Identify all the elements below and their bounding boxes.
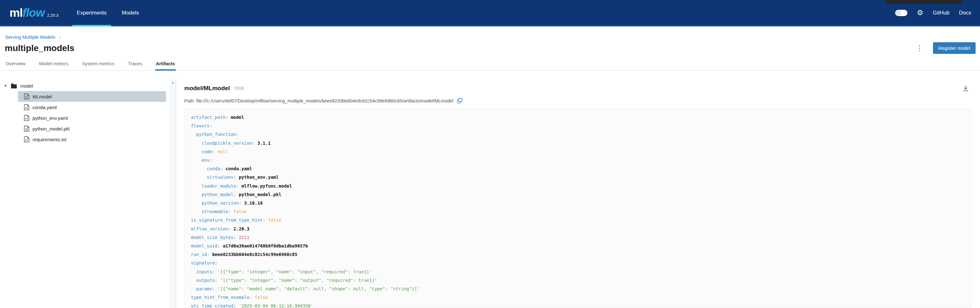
artifact-file-tree: ▼ model MLmodelconda.yamlpython_env.yaml… xyxy=(0,78,176,308)
download-icon[interactable] xyxy=(963,85,969,91)
tree-file-MLmodel[interactable]: MLmodel xyxy=(18,91,166,102)
top-navbar: mlflow 2.20.3 Experiments Models ⚙ GitHu… xyxy=(0,0,980,27)
artifact-size-badge: 791B xyxy=(234,86,244,91)
artifact-title: model/MLmodel xyxy=(184,85,230,92)
tab-traces[interactable]: Traces xyxy=(127,59,143,70)
code-line: streamable: false xyxy=(191,208,965,216)
code-line: loader_module: mlflow.pyfunc.model xyxy=(191,182,965,191)
tree-folder-label: model xyxy=(20,83,33,89)
code-line: type_hint_from_example: false xyxy=(191,293,965,302)
run-tab-bar: Overview Model metrics System metrics Tr… xyxy=(0,59,980,71)
code-line: artifact_path: model xyxy=(191,113,965,122)
artifact-preview-panel: model/MLmodel 791B Path: file:///c:/User… xyxy=(176,78,980,308)
copy-icon[interactable] xyxy=(457,98,463,103)
scroll-up-arrow-icon[interactable]: ▲ xyxy=(170,79,175,84)
navbar-right: ⚙ GitHub Docs xyxy=(895,0,971,25)
code-line: conda: conda.yaml xyxy=(191,165,965,173)
gear-icon[interactable]: ⚙ xyxy=(917,9,924,16)
code-line: cloudpickle_version: 3.1.1 xyxy=(191,139,965,148)
code-line: inputs: '[{"type": "integer", "name": "i… xyxy=(191,268,965,276)
tree-file-label: conda.yaml xyxy=(32,105,57,110)
breadcrumb-experiment-link[interactable]: Serving Multiple Models xyxy=(5,34,55,40)
code-line: flavors: xyxy=(191,122,965,130)
code-line: signature: xyxy=(191,259,965,267)
mlflow-logo[interactable]: mlflow 2.20.3 xyxy=(10,6,58,19)
code-line: code: null xyxy=(191,148,965,156)
tree-file-label: python_env.yaml xyxy=(32,115,68,121)
tree-file-list: MLmodelconda.yamlpython_env.yamlpython_m… xyxy=(0,91,176,145)
file-code-icon xyxy=(24,136,29,143)
tree-file-requirements.txt[interactable]: requirements.txt xyxy=(18,134,166,145)
code-line: run_id: beee8233bb604e8c82c54c99e6960c85 xyxy=(191,250,965,259)
path-label: Path: file:///c:/Users/dof07/Desktop/mlf… xyxy=(184,98,453,103)
chevron-right-icon: › xyxy=(59,34,60,40)
nav-tab-models[interactable]: Models xyxy=(118,0,143,25)
version-label: 2.20.3 xyxy=(47,13,58,17)
code-line: virtualenv: python_env.yaml xyxy=(191,173,965,182)
tree-scrollbar[interactable]: ▲ xyxy=(170,79,175,308)
code-line: python_function: xyxy=(191,130,965,139)
file-code-icon xyxy=(24,104,29,110)
navbar-tabs: Experiments Models xyxy=(69,0,146,25)
tab-system-metrics[interactable]: System metrics xyxy=(81,59,115,70)
tab-artifacts[interactable]: Artifacts xyxy=(155,59,176,70)
code-line: model_size_bytes: 2211 xyxy=(191,233,965,242)
docs-link[interactable]: Docs xyxy=(959,10,971,16)
tree-folder-model[interactable]: ▼ model xyxy=(0,80,176,91)
kebab-menu-icon[interactable]: ⋮ xyxy=(916,45,923,52)
code-line: model_uuid: a17d0a36ae014760b8f0dba1dba9… xyxy=(191,242,965,250)
code-line: python_model: python_model.pkl xyxy=(191,191,965,199)
file-code-icon xyxy=(24,115,29,121)
logo-ml-text: ml xyxy=(10,6,22,19)
tree-file-label: python_model.pkl xyxy=(32,126,70,132)
artifact-path-row: Path: file:///c:/Users/dof07/Desktop/mlf… xyxy=(184,98,972,103)
tree-file-conda.yaml[interactable]: conda.yaml xyxy=(18,102,166,113)
artifacts-content: ▼ model MLmodelconda.yamlpython_env.yaml… xyxy=(0,78,980,308)
code-line: env: xyxy=(191,156,965,165)
logo-flow-text: flow xyxy=(22,6,45,19)
file-text-icon xyxy=(24,93,29,100)
code-block: artifact_path: modelflavors: python_func… xyxy=(184,109,972,308)
folder-icon xyxy=(11,83,17,89)
code-line: mlflow_version: 2.20.3 xyxy=(191,225,965,233)
nav-tab-experiments[interactable]: Experiments xyxy=(72,0,111,25)
github-link[interactable]: GitHub xyxy=(933,10,950,16)
code-line: params: '[{"name": "model_name", "defaul… xyxy=(191,285,965,293)
code-line: utc_time_created: '2025-03-04 06:12:10.9… xyxy=(191,302,965,308)
page-title: multiple_models xyxy=(5,43,75,53)
tab-overview[interactable]: Overview xyxy=(5,59,26,70)
code-line: is_signature_from_type_hint: false xyxy=(191,216,965,224)
code-line: outputs: '[{"type": "integer", "name": "… xyxy=(191,276,965,285)
register-model-button[interactable]: Register model xyxy=(933,42,975,54)
tree-file-python_model.pkl[interactable]: python_model.pkl xyxy=(18,123,166,134)
file-text-icon xyxy=(24,125,29,132)
tab-model-metrics[interactable]: Model metrics xyxy=(38,59,69,70)
tree-file-label: MLmodel xyxy=(32,94,52,99)
theme-toggle-knob xyxy=(896,10,901,16)
code-line: python_version: 3.10.16 xyxy=(191,199,965,208)
theme-toggle[interactable] xyxy=(895,10,907,16)
breadcrumb: Serving Multiple Models › xyxy=(0,27,980,40)
tree-file-label: requirements.txt xyxy=(32,137,67,142)
caret-down-icon[interactable]: ▼ xyxy=(4,84,9,87)
tree-file-python_env.yaml[interactable]: python_env.yaml xyxy=(18,113,166,123)
artifact-header: model/MLmodel 791B xyxy=(184,85,972,92)
page-header: multiple_models ⋮ Register model xyxy=(0,40,980,54)
browser-chrome-artifact xyxy=(885,0,963,3)
